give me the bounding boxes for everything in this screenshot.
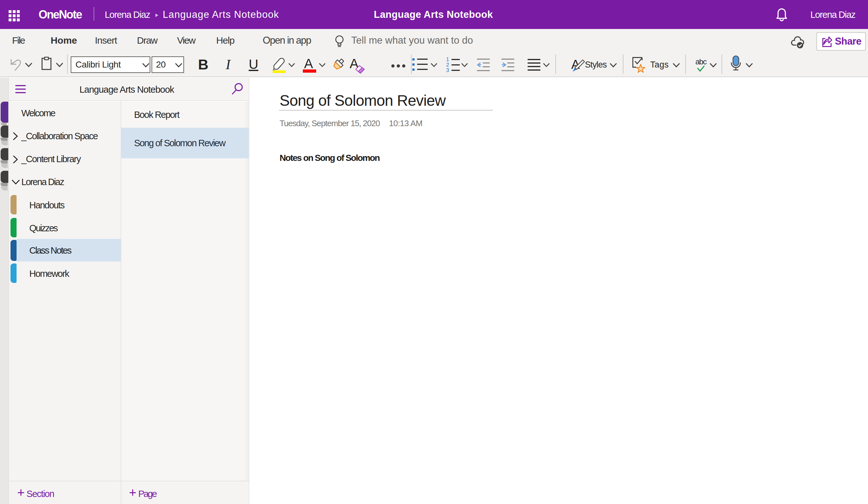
svg-text:3: 3 [446,67,449,73]
